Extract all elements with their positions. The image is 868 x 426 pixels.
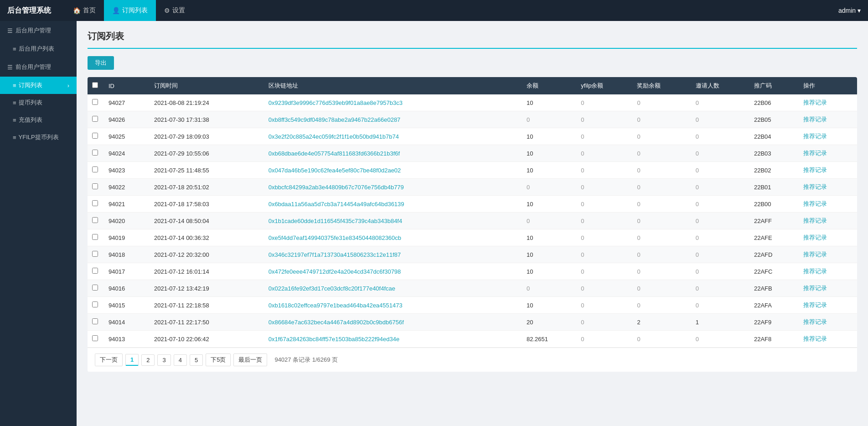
- page-title: 订阅列表: [88, 30, 857, 49]
- row-checkbox[interactable]: [92, 133, 98, 139]
- row-address-link[interactable]: 0xb8ff3c549c9df0489c78abe2a9467b22a66e02…: [269, 116, 401, 123]
- row-id: 94013: [104, 331, 150, 348]
- row-invites: 0: [691, 213, 749, 229]
- row-checkbox-cell: [88, 128, 104, 145]
- row-checkbox[interactable]: [92, 99, 98, 105]
- row-reward: 0: [632, 196, 691, 213]
- row-checkbox[interactable]: [92, 150, 98, 156]
- row-address-link[interactable]: 0x047da46b5e190c62fea4e5ef80c7be48f0d2ae…: [269, 167, 401, 174]
- action-link[interactable]: 推荐记录: [803, 150, 827, 156]
- row-checkbox[interactable]: [92, 166, 98, 172]
- row-yfilp: 0: [576, 314, 632, 331]
- action-link[interactable]: 推荐记录: [803, 251, 827, 258]
- row-invites: 0: [691, 297, 749, 314]
- row-checkbox[interactable]: [92, 318, 98, 324]
- row-address-link[interactable]: 0xb68dbae6de4e057754af811683fd6366b21b3f…: [269, 150, 400, 157]
- nav-home[interactable]: 🏠 首页: [65, 0, 104, 21]
- sidebar-group-frontend[interactable]: ☰ 前台用户管理: [0, 57, 77, 77]
- row-code: 22AFC: [749, 263, 799, 280]
- row-code: 22B05: [749, 111, 799, 128]
- row-address: 0x346c32197ef7f1a713730a415806233c12e11f…: [264, 246, 522, 263]
- subscription-icon: ≡: [13, 82, 16, 89]
- row-checkbox[interactable]: [92, 301, 98, 307]
- nav-settings-label: 设置: [172, 6, 185, 15]
- sidebar-item-subscription[interactable]: ≡ 订阅列表 ›: [0, 77, 77, 94]
- row-code: 22AFB: [749, 280, 799, 297]
- prev-page-button[interactable]: 下一页: [95, 353, 123, 366]
- row-code: 22AF8: [749, 331, 799, 348]
- row-address-link[interactable]: 0xe5f4dd7eaf149940375fe31e83450448082360…: [269, 234, 401, 241]
- row-address-link[interactable]: 0x3e2f20c885a24ec059fc2f1f1e0b50bd941b7b…: [269, 133, 399, 140]
- row-checkbox[interactable]: [92, 217, 98, 223]
- action-link[interactable]: 推荐记录: [803, 183, 827, 190]
- row-address-link[interactable]: 0x1b1cade60dde1d116545f435c739c4ab343b84…: [269, 218, 403, 224]
- coin-label: 提币列表: [19, 99, 42, 107]
- row-reward: 0: [632, 263, 691, 280]
- row-reward: 0: [632, 162, 691, 179]
- row-checkbox[interactable]: [92, 234, 98, 240]
- row-address-link[interactable]: 0x9239df3e9996c776d539eb9f01a8ae8e7957b3…: [269, 99, 403, 106]
- next5-page-button[interactable]: 下5页: [206, 353, 231, 366]
- row-action: 推荐记录: [799, 213, 857, 229]
- action-link[interactable]: 推荐记录: [803, 116, 827, 123]
- sidebar-group-backend[interactable]: ☰ 后台用户管理: [0, 21, 77, 40]
- row-balance: 10: [522, 145, 576, 162]
- row-checkbox[interactable]: [92, 116, 98, 122]
- row-checkbox[interactable]: [92, 183, 98, 189]
- user-icon: 👤: [112, 7, 120, 14]
- page-5-button[interactable]: 5: [190, 354, 203, 366]
- row-action: 推荐记录: [799, 331, 857, 348]
- table-row: 94013 2021-07-10 22:06:42 0x1f67a284263b…: [88, 331, 857, 348]
- sidebar-item-coin[interactable]: ≡ 提币列表: [0, 94, 77, 111]
- action-link[interactable]: 推荐记录: [803, 234, 827, 241]
- row-address-link[interactable]: 0x022a16fe92ef3d17ce03dcf8c20f177e40f4fc…: [269, 285, 395, 292]
- row-address-link[interactable]: 0x472fe0eee4749712df2e4a20e4cd347dc6f307…: [269, 268, 401, 275]
- sidebar-item-recharge[interactable]: ≡ 充值列表: [0, 111, 77, 129]
- row-checkbox[interactable]: [92, 285, 98, 291]
- sidebar-item-backend-user-list[interactable]: ≡ 后台用户列表: [0, 40, 77, 57]
- page-4-button[interactable]: 4: [174, 354, 187, 366]
- row-checkbox[interactable]: [92, 251, 98, 257]
- row-address: 0xbbcfc84299a2ab3e44809b67c7076e756db4b7…: [264, 179, 522, 196]
- row-balance: 10: [522, 94, 576, 111]
- nav-settings[interactable]: ⚙ 设置: [156, 0, 193, 21]
- action-link[interactable]: 推荐记录: [803, 99, 827, 106]
- row-address-link[interactable]: 0xbbcfc84299a2ab3e44809b67c7076e756db4b7…: [269, 184, 404, 191]
- nav-subscription[interactable]: 👤 订阅列表: [104, 0, 156, 21]
- action-link[interactable]: 推荐记录: [803, 301, 827, 308]
- row-yfilp: 0: [576, 128, 632, 145]
- action-link[interactable]: 推荐记录: [803, 200, 827, 207]
- action-link[interactable]: 推荐记录: [803, 166, 827, 173]
- row-yfilp: 0: [576, 179, 632, 196]
- export-button[interactable]: 导出: [88, 56, 114, 70]
- last-page-button[interactable]: 最后一页: [233, 353, 267, 366]
- data-table: ID 订阅时间 区块链地址 余额 yfilp余额 奖励余额 邀请人数 推广码 操…: [88, 77, 857, 348]
- row-balance: 10: [522, 297, 576, 314]
- row-address-link[interactable]: 0xb1618c02effcea9797e1bead464ba42ea45514…: [269, 302, 403, 309]
- row-code: 22B03: [749, 145, 799, 162]
- user-info[interactable]: admin ▾: [838, 7, 861, 14]
- row-address-link[interactable]: 0x6bdaa11a56aa5d7cb3a714454a49afc64bd361…: [269, 201, 404, 208]
- row-address-link[interactable]: 0x86684e7ac632bec4a4467a4d8902b0c9bdb675…: [269, 319, 404, 326]
- action-link[interactable]: 推荐记录: [803, 217, 827, 224]
- page-3-button[interactable]: 3: [157, 354, 170, 366]
- action-link[interactable]: 推荐记录: [803, 285, 827, 291]
- row-address: 0x6bdaa11a56aa5d7cb3a714454a49afc64bd361…: [264, 196, 522, 213]
- row-code: 22B02: [749, 162, 799, 179]
- row-address-link[interactable]: 0x346c32197ef7f1a713730a415806233c12e11f…: [269, 251, 401, 258]
- action-link[interactable]: 推荐记录: [803, 335, 827, 342]
- row-checkbox[interactable]: [92, 335, 98, 341]
- select-all-checkbox[interactable]: [92, 82, 98, 88]
- row-address-link[interactable]: 0x1f67a284263bc84ff57e1503ba85b222f94ed3…: [269, 336, 400, 343]
- page-1-button[interactable]: 1: [125, 354, 139, 366]
- action-link[interactable]: 推荐记录: [803, 268, 827, 275]
- page-2-button[interactable]: 2: [141, 354, 155, 366]
- row-checkbox[interactable]: [92, 200, 98, 206]
- action-link[interactable]: 推荐记录: [803, 318, 827, 325]
- row-balance: 0: [522, 280, 576, 297]
- sidebar-item-yfilp[interactable]: ≡ YFILP提币列表: [0, 129, 77, 146]
- table-row: 94021 2021-07-18 17:58:03 0x6bdaa11a56aa…: [88, 196, 857, 213]
- row-checkbox[interactable]: [92, 268, 98, 274]
- action-link[interactable]: 推荐记录: [803, 133, 827, 140]
- row-action: 推荐记录: [799, 297, 857, 314]
